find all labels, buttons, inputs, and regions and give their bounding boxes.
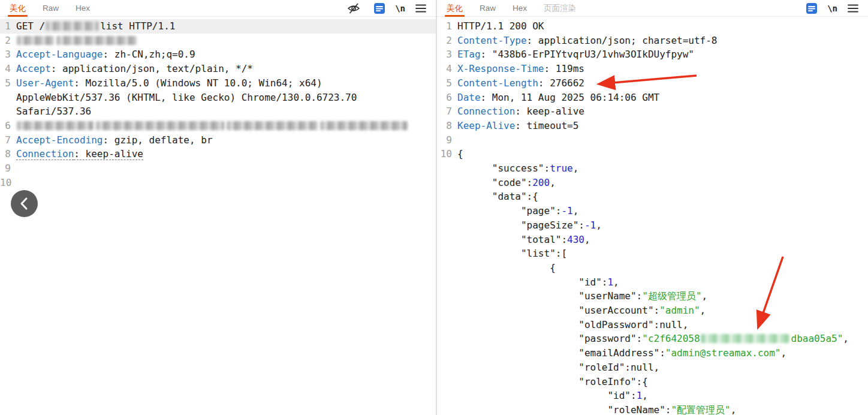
redacted-text — [227, 121, 318, 130]
collapse-panel-button[interactable] — [11, 190, 38, 217]
code-text: "id": — [457, 276, 607, 288]
tab-Raw[interactable]: Raw — [480, 0, 496, 17]
code-text: , — [596, 219, 602, 231]
tab-页面渲染[interactable]: 页面渲染 — [544, 0, 576, 17]
format-icon[interactable] — [805, 2, 818, 15]
code-line: Content-Type: application/json; charset=… — [457, 34, 717, 48]
newline-icon[interactable]: \n — [395, 2, 405, 15]
line-number: 2 — [0, 34, 16, 48]
menu-icon[interactable] — [414, 2, 427, 15]
code-row: 8Keep-Alive: timeout=5 — [437, 119, 868, 133]
response-toolbar-icons: \n — [805, 2, 860, 15]
code-text: : application/json, text/plain, */* — [51, 63, 253, 74]
code-line: GET /list HTTP/1.1 — [16, 19, 175, 34]
code-text: dbaa05a5" — [791, 333, 843, 344]
line-number — [437, 360, 457, 375]
code-text: HTTP/1.1 200 OK — [457, 20, 544, 32]
code-line: Date: Mon, 11 Aug 2025 06:14:06 GMT — [457, 91, 659, 105]
code-text: Accept — [16, 63, 51, 74]
code-text: "oldPassword": — [457, 319, 659, 330]
code-line: Accept-Encoding: gzip, deflate, br — [16, 133, 213, 148]
code-line: "list":[ — [457, 246, 567, 261]
code-text: AppleWebKit/537.36 (KHTML, like Gecko) C… — [16, 92, 357, 103]
code-row: 5Content-Length: 276662 — [437, 76, 868, 91]
code-line: "data":{ — [457, 190, 538, 204]
code-text: Accept-Encoding — [16, 134, 103, 146]
code-text: Accept-Language — [16, 49, 103, 60]
code-line: "password":"c2f642058dbaa05a5", — [457, 332, 849, 346]
line-number — [437, 289, 457, 303]
line-number: 10 — [0, 176, 16, 190]
tab-Hex[interactable]: Hex — [76, 0, 90, 17]
line-number — [437, 204, 457, 218]
newline-icon[interactable]: \n — [827, 2, 837, 15]
code-text: 1 — [637, 390, 643, 401]
code-text: : gzip, deflate, br — [103, 134, 213, 146]
tab-Hex[interactable]: Hex — [513, 0, 527, 17]
code-text: Content-Length — [457, 77, 538, 89]
code-line: "roleId":null, — [457, 360, 659, 375]
code-text: "admin@streamax.com" — [665, 347, 781, 359]
line-number — [437, 161, 457, 176]
code-text: , — [702, 290, 708, 302]
code-row: "userName":"超级管理员", — [437, 289, 868, 303]
menu-icon[interactable] — [846, 2, 860, 15]
line-number: 3 — [0, 47, 16, 62]
code-text: "roleName": — [457, 404, 671, 414]
code-text: "配置管理员" — [671, 404, 730, 414]
code-text: Content-Type — [457, 35, 527, 46]
code-text: , — [731, 404, 737, 414]
code-text: null — [631, 362, 654, 373]
code-text: : keep-alive — [74, 148, 143, 160]
code-line: Accept: application/json, text/plain, */… — [16, 62, 253, 76]
code-line: "success":true, — [457, 161, 578, 176]
code-text: -1 — [584, 219, 596, 231]
hide-sensitive-icon[interactable] — [347, 2, 360, 15]
code-line: Content-Length: 276662 — [457, 76, 584, 91]
code-text: , — [654, 362, 660, 373]
line-number — [437, 318, 457, 332]
code-row: "roleInfo":{ — [437, 375, 868, 389]
chevron-left-icon — [11, 190, 38, 217]
code-text: "password": — [457, 333, 642, 344]
tab-美化[interactable]: 美化 — [447, 0, 463, 17]
tab-Raw[interactable]: Raw — [43, 0, 59, 17]
code-text: , — [700, 305, 706, 316]
line-number — [437, 346, 457, 360]
tab-美化[interactable]: 美化 — [10, 0, 26, 17]
code-text: : keep-alive — [515, 106, 584, 117]
code-line: "page":-1, — [457, 204, 578, 218]
code-line: Connection: keep-alive — [457, 104, 584, 119]
line-number — [437, 233, 457, 247]
code-line: ETag: "438b6-ErPIYtvqrU3/1vhw3OIkDUyfpyw… — [457, 47, 694, 62]
code-line: "pageSize":-1, — [457, 218, 602, 233]
code-line: User-Agent: Mozilla/5.0 (Windows NT 10.0… — [16, 76, 323, 91]
code-row: 3ETag: "438b6-ErPIYtvqrU3/1vhw3OIkDUyfpy… — [437, 47, 868, 62]
code-text: null — [659, 319, 683, 330]
request-editor[interactable]: 1GET /list HTTP/1.123Accept-Language: zh… — [0, 17, 436, 414]
response-toolbar: 美化RawHex页面渲染 \n — [437, 0, 868, 17]
line-number — [437, 176, 457, 190]
code-text: , — [613, 276, 619, 288]
code-row: 3Accept-Language: zh-CN,zh;q=0.9 — [0, 47, 436, 62]
code-row: 9 — [0, 161, 436, 176]
code-line: "roleName":"配置管理员", — [457, 403, 736, 414]
line-number — [437, 403, 457, 414]
code-line: Accept-Language: zh-CN,zh;q=0.9 — [16, 47, 195, 62]
code-row: 7Accept-Encoding: gzip, deflate, br — [0, 133, 436, 148]
format-icon[interactable] — [373, 2, 386, 15]
line-number: 6 — [437, 91, 457, 105]
line-number — [437, 275, 457, 290]
code-line: HTTP/1.1 200 OK — [457, 19, 544, 34]
response-editor[interactable]: 1HTTP/1.1 200 OK2Content-Type: applicati… — [437, 17, 868, 414]
code-line: { — [457, 147, 463, 161]
code-row: "id":1, — [437, 275, 868, 290]
code-text: "roleId": — [457, 362, 631, 373]
response-panel: 美化RawHex页面渲染 \n 1HTTP/1.1 200 OK2Content… — [437, 0, 868, 415]
code-row: { — [437, 261, 868, 275]
code-row: "code":200, — [437, 176, 868, 190]
line-number — [0, 91, 16, 105]
code-row: "data":{ — [437, 190, 868, 204]
redacted-text — [17, 121, 94, 130]
code-row: 6 — [0, 119, 436, 133]
